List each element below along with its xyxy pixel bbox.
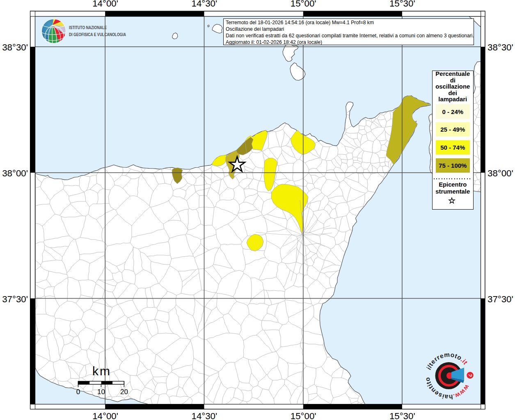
svg-text:DI GEOFISICA E VULCANOLOGIA: DI GEOFISICA E VULCANOLOGIA	[69, 32, 126, 37]
svg-text:ISTITUTO NAZIONALE: ISTITUTO NAZIONALE	[69, 25, 107, 30]
